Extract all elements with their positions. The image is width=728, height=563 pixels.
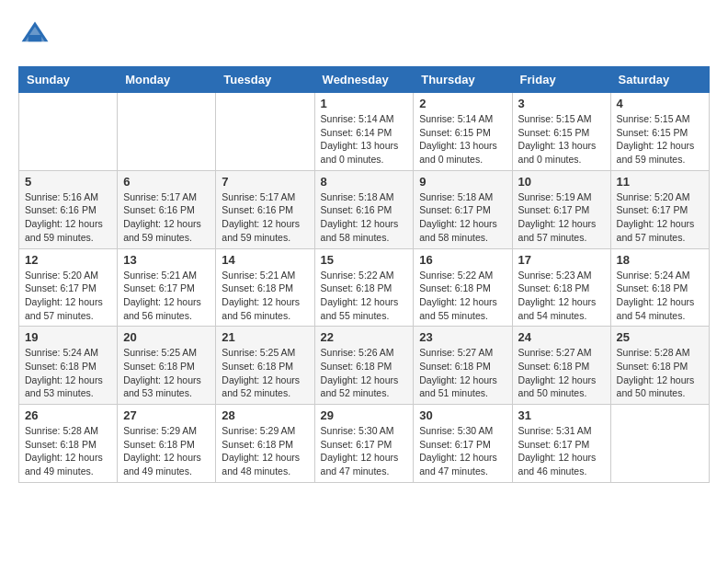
logo-icon — [18, 18, 51, 52]
calendar-cell: 5Sunrise: 5:16 AMSunset: 6:16 PMDaylight… — [19, 170, 118, 248]
day-info: Sunrise: 5:29 AMSunset: 6:18 PMDaylight:… — [123, 424, 210, 478]
day-number: 6 — [123, 175, 210, 189]
calendar-cell: 15Sunrise: 5:22 AMSunset: 6:18 PMDayligh… — [314, 248, 414, 327]
day-info: Sunrise: 5:21 AMSunset: 6:18 PMDaylight:… — [222, 269, 308, 323]
day-info: Sunrise: 5:27 AMSunset: 6:18 PMDaylight:… — [419, 346, 506, 400]
day-number: 22 — [321, 330, 408, 344]
day-info: Sunrise: 5:27 AMSunset: 6:18 PMDaylight:… — [518, 346, 605, 400]
day-info: Sunrise: 5:18 AMSunset: 6:16 PMDaylight:… — [321, 190, 408, 245]
calendar-cell: 26Sunrise: 5:28 AMSunset: 6:18 PMDayligh… — [19, 405, 118, 483]
calendar-week-row: 26Sunrise: 5:28 AMSunset: 6:18 PMDayligh… — [19, 405, 710, 483]
calendar-cell: 17Sunrise: 5:23 AMSunset: 6:18 PMDayligh… — [512, 248, 610, 327]
day-info: Sunrise: 5:22 AMSunset: 6:18 PMDaylight:… — [419, 269, 506, 323]
day-info: Sunrise: 5:18 AMSunset: 6:17 PMDaylight:… — [419, 190, 506, 245]
calendar-cell — [610, 405, 709, 483]
calendar-cell: 21Sunrise: 5:25 AMSunset: 6:18 PMDayligh… — [216, 327, 314, 405]
day-number: 18 — [617, 253, 703, 267]
day-info: Sunrise: 5:31 AMSunset: 6:17 PMDaylight:… — [518, 424, 605, 478]
day-info: Sunrise: 5:20 AMSunset: 6:17 PMDaylight:… — [25, 269, 111, 323]
day-number: 5 — [25, 175, 111, 189]
day-number: 4 — [617, 97, 703, 110]
calendar-cell: 14Sunrise: 5:21 AMSunset: 6:18 PMDayligh… — [216, 248, 314, 327]
day-info: Sunrise: 5:20 AMSunset: 6:17 PMDaylight:… — [617, 190, 703, 245]
day-number: 20 — [123, 330, 210, 344]
calendar-cell: 4Sunrise: 5:15 AMSunset: 6:15 PMDaylight… — [610, 93, 709, 171]
calendar-cell: 29Sunrise: 5:30 AMSunset: 6:17 PMDayligh… — [314, 405, 414, 483]
calendar-cell: 11Sunrise: 5:20 AMSunset: 6:17 PMDayligh… — [610, 170, 709, 248]
calendar-table: SundayMondayTuesdayWednesdayThursdayFrid… — [18, 66, 710, 483]
day-info: Sunrise: 5:14 AMSunset: 6:14 PMDaylight:… — [321, 112, 408, 167]
calendar-cell: 23Sunrise: 5:27 AMSunset: 6:18 PMDayligh… — [414, 327, 512, 405]
logo — [18, 18, 55, 52]
calendar-week-row: 19Sunrise: 5:24 AMSunset: 6:18 PMDayligh… — [19, 327, 710, 405]
day-number: 29 — [321, 408, 408, 422]
calendar-cell: 2Sunrise: 5:14 AMSunset: 6:15 PMDaylight… — [414, 93, 512, 171]
day-number: 19 — [25, 330, 111, 344]
day-number: 17 — [518, 253, 605, 267]
calendar-cell: 8Sunrise: 5:18 AMSunset: 6:16 PMDaylight… — [314, 170, 414, 248]
day-number: 23 — [419, 330, 506, 344]
calendar-day-header: Sunday — [19, 67, 118, 93]
calendar-day-header: Monday — [118, 67, 216, 93]
calendar-cell: 10Sunrise: 5:19 AMSunset: 6:17 PMDayligh… — [512, 170, 610, 248]
day-info: Sunrise: 5:28 AMSunset: 6:18 PMDaylight:… — [617, 346, 703, 400]
calendar-cell: 18Sunrise: 5:24 AMSunset: 6:18 PMDayligh… — [610, 248, 709, 327]
day-info: Sunrise: 5:15 AMSunset: 6:15 PMDaylight:… — [518, 112, 605, 167]
calendar-cell: 25Sunrise: 5:28 AMSunset: 6:18 PMDayligh… — [610, 327, 709, 405]
calendar-cell — [19, 93, 118, 171]
day-number: 31 — [518, 408, 605, 422]
calendar-week-row: 5Sunrise: 5:16 AMSunset: 6:16 PMDaylight… — [19, 170, 710, 248]
calendar-cell: 22Sunrise: 5:26 AMSunset: 6:18 PMDayligh… — [314, 327, 414, 405]
calendar-day-header: Wednesday — [314, 67, 414, 93]
day-number: 10 — [518, 175, 605, 189]
day-info: Sunrise: 5:30 AMSunset: 6:17 PMDaylight:… — [321, 424, 408, 478]
day-info: Sunrise: 5:22 AMSunset: 6:18 PMDaylight:… — [321, 269, 408, 323]
calendar-week-row: 12Sunrise: 5:20 AMSunset: 6:17 PMDayligh… — [19, 248, 710, 327]
day-number: 15 — [321, 253, 408, 267]
calendar-cell: 31Sunrise: 5:31 AMSunset: 6:17 PMDayligh… — [512, 405, 610, 483]
day-number: 25 — [617, 330, 703, 344]
day-number: 8 — [321, 175, 408, 189]
page-header — [18, 18, 710, 52]
day-number: 11 — [617, 175, 703, 189]
day-number: 27 — [123, 408, 210, 422]
calendar-cell: 12Sunrise: 5:20 AMSunset: 6:17 PMDayligh… — [19, 248, 118, 327]
day-info: Sunrise: 5:23 AMSunset: 6:18 PMDaylight:… — [518, 269, 605, 323]
day-info: Sunrise: 5:25 AMSunset: 6:18 PMDaylight:… — [222, 346, 308, 400]
day-number: 9 — [419, 175, 506, 189]
day-info: Sunrise: 5:21 AMSunset: 6:17 PMDaylight:… — [123, 269, 210, 323]
calendar-cell: 20Sunrise: 5:25 AMSunset: 6:18 PMDayligh… — [118, 327, 216, 405]
calendar-cell: 3Sunrise: 5:15 AMSunset: 6:15 PMDaylight… — [512, 93, 610, 171]
day-number: 21 — [222, 330, 308, 344]
calendar-day-header: Thursday — [414, 67, 512, 93]
calendar-cell: 1Sunrise: 5:14 AMSunset: 6:14 PMDaylight… — [314, 93, 414, 171]
day-info: Sunrise: 5:14 AMSunset: 6:15 PMDaylight:… — [419, 112, 506, 167]
day-info: Sunrise: 5:24 AMSunset: 6:18 PMDaylight:… — [617, 269, 703, 323]
day-number: 24 — [518, 330, 605, 344]
day-number: 2 — [419, 97, 506, 110]
calendar-cell: 28Sunrise: 5:29 AMSunset: 6:18 PMDayligh… — [216, 405, 314, 483]
day-info: Sunrise: 5:19 AMSunset: 6:17 PMDaylight:… — [518, 190, 605, 245]
day-number: 28 — [222, 408, 308, 422]
calendar-cell: 6Sunrise: 5:17 AMSunset: 6:16 PMDaylight… — [118, 170, 216, 248]
svg-rect-2 — [28, 35, 41, 41]
calendar-day-header: Saturday — [610, 67, 709, 93]
day-number: 26 — [25, 408, 111, 422]
calendar-cell: 13Sunrise: 5:21 AMSunset: 6:17 PMDayligh… — [118, 248, 216, 327]
calendar-cell — [118, 93, 216, 171]
day-number: 30 — [419, 408, 506, 422]
day-info: Sunrise: 5:24 AMSunset: 6:18 PMDaylight:… — [25, 346, 111, 400]
calendar-cell: 9Sunrise: 5:18 AMSunset: 6:17 PMDaylight… — [414, 170, 512, 248]
calendar-cell — [216, 93, 314, 171]
day-info: Sunrise: 5:26 AMSunset: 6:18 PMDaylight:… — [321, 346, 408, 400]
day-info: Sunrise: 5:25 AMSunset: 6:18 PMDaylight:… — [123, 346, 210, 400]
day-number: 3 — [518, 97, 605, 110]
day-number: 1 — [321, 97, 408, 110]
calendar-cell: 7Sunrise: 5:17 AMSunset: 6:16 PMDaylight… — [216, 170, 314, 248]
calendar-day-header: Tuesday — [216, 67, 314, 93]
day-info: Sunrise: 5:15 AMSunset: 6:15 PMDaylight:… — [617, 112, 703, 167]
calendar-cell: 27Sunrise: 5:29 AMSunset: 6:18 PMDayligh… — [118, 405, 216, 483]
day-info: Sunrise: 5:28 AMSunset: 6:18 PMDaylight:… — [25, 424, 111, 478]
day-number: 7 — [222, 175, 308, 189]
calendar-day-header: Friday — [512, 67, 610, 93]
